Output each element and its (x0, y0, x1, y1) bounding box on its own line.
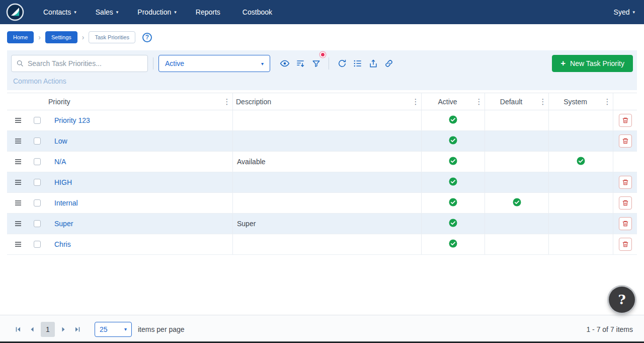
funnel-icon[interactable] (308, 56, 324, 71)
system-cell (548, 131, 613, 151)
delete-button[interactable] (619, 196, 632, 210)
drag-handle-icon[interactable] (7, 214, 29, 234)
default-cell (485, 110, 548, 130)
nav-item-reports[interactable]: Reports (196, 8, 223, 16)
prev-page-button[interactable] (25, 322, 39, 337)
active-cell (421, 131, 485, 151)
delete-button[interactable] (619, 114, 632, 127)
priority-cell: Low (45, 131, 232, 151)
page-size-dropdown[interactable]: 25 ▾ (95, 322, 132, 337)
table-body: Priority 123 (7, 110, 637, 255)
current-page-button[interactable]: 1 (41, 322, 55, 337)
filter-rows-icon[interactable] (293, 56, 308, 71)
eye-icon[interactable] (277, 56, 292, 71)
default-cell (485, 214, 548, 234)
actions-cell (613, 152, 637, 172)
row-checkbox[interactable] (34, 179, 41, 186)
priority-cell: Super (45, 214, 232, 234)
column-menu-icon[interactable]: ⋮ (221, 93, 232, 110)
chevron-right-icon: › (38, 33, 41, 41)
column-menu-icon[interactable]: ⋮ (410, 93, 421, 110)
user-menu[interactable]: Syed ▾ (614, 8, 635, 16)
breadcrumb-home[interactable]: Home (7, 31, 34, 43)
description-cell (232, 172, 421, 192)
last-page-button[interactable] (70, 322, 85, 337)
priority-link[interactable]: HIGH (45, 178, 72, 186)
help-fab-button[interactable]: ? (609, 287, 635, 313)
active-check-icon (449, 136, 457, 147)
pagination-bar: 1 25 ▾ items per page 1 - 7 of 7 items (0, 315, 644, 343)
link-icon[interactable] (381, 56, 396, 71)
actions-cell (613, 234, 637, 254)
status-filter-value: Active (165, 59, 184, 67)
system-cell (548, 172, 613, 192)
column-menu-icon[interactable]: ⋮ (537, 93, 548, 110)
next-page-button[interactable] (56, 322, 70, 337)
delete-button[interactable] (619, 217, 632, 230)
nav-item-production[interactable]: Production▾ (137, 8, 176, 16)
drag-handle-icon[interactable] (7, 110, 29, 130)
row-checkbox[interactable] (34, 241, 41, 248)
priority-link[interactable]: Super (45, 220, 73, 228)
priority-cell: HIGH (45, 172, 232, 192)
nav-item-contacts[interactable]: Contacts▾ (43, 8, 76, 16)
chevron-down-icon: ▾ (124, 326, 127, 332)
chevron-down-icon: ▾ (632, 10, 635, 15)
search-input[interactable] (28, 59, 142, 67)
delete-button[interactable] (619, 176, 632, 189)
row-checkbox[interactable] (34, 158, 41, 165)
drag-handle-icon[interactable] (7, 131, 29, 151)
common-actions-toggle[interactable]: Common Actions (13, 77, 633, 85)
active-check-icon (449, 198, 457, 209)
priority-link[interactable]: Priority 123 (45, 116, 90, 124)
nav-item-costbook[interactable]: Costbook (243, 8, 275, 16)
table-row: Priority 123 (7, 110, 637, 131)
breadcrumb-settings[interactable]: Settings (45, 31, 77, 43)
active-check-icon (449, 219, 457, 229)
system-cell (548, 193, 613, 213)
active-cell (421, 172, 485, 192)
priority-link[interactable]: Low (45, 137, 67, 145)
row-checkbox[interactable] (34, 117, 41, 124)
status-filter-dropdown[interactable]: Active ▾ (158, 55, 270, 72)
actions-column-header (613, 93, 637, 110)
refresh-icon[interactable] (335, 56, 350, 71)
items-per-page-label: items per page (138, 325, 185, 333)
priority-link[interactable]: Internal (45, 199, 78, 207)
drag-handle-icon[interactable] (7, 193, 29, 213)
description-cell: Super (232, 214, 421, 234)
priority-link[interactable]: N/A (45, 158, 66, 166)
new-task-priority-button[interactable]: + New Task Priority (552, 55, 633, 72)
plus-icon: + (560, 58, 566, 68)
table-row: Super Super (7, 214, 637, 234)
toolbar: Active ▾ + New Task Priority (11, 55, 633, 72)
help-icon[interactable]: ? (142, 33, 152, 42)
list-icon[interactable] (350, 56, 365, 71)
row-checkbox-cell (29, 152, 45, 172)
row-checkbox[interactable] (34, 220, 41, 227)
row-checkbox-cell (29, 234, 45, 254)
checkbox-column-header (29, 93, 45, 110)
row-checkbox[interactable] (34, 199, 41, 207)
priority-link[interactable]: Chris (45, 240, 71, 248)
drag-handle-icon[interactable] (7, 152, 29, 172)
column-menu-icon[interactable]: ⋮ (473, 93, 485, 110)
description-cell (232, 110, 421, 130)
delete-button[interactable] (619, 238, 632, 251)
description-cell: Available (232, 152, 421, 172)
first-page-button[interactable] (11, 322, 25, 337)
active-check-icon (449, 157, 457, 167)
row-checkbox[interactable] (34, 138, 41, 145)
nav-item-sales[interactable]: Sales▾ (96, 8, 119, 16)
drag-handle-icon[interactable] (7, 234, 29, 254)
app-logo-icon[interactable] (6, 3, 24, 21)
row-checkbox-cell (29, 110, 45, 130)
column-header-default: Default ⋮ (485, 93, 548, 110)
drag-handle-icon[interactable] (7, 172, 29, 192)
export-icon[interactable] (366, 56, 381, 71)
actions-cell (613, 193, 637, 213)
column-menu-icon[interactable]: ⋮ (602, 93, 613, 110)
divider (329, 57, 329, 70)
system-check-icon (577, 157, 585, 167)
delete-button[interactable] (619, 134, 632, 148)
